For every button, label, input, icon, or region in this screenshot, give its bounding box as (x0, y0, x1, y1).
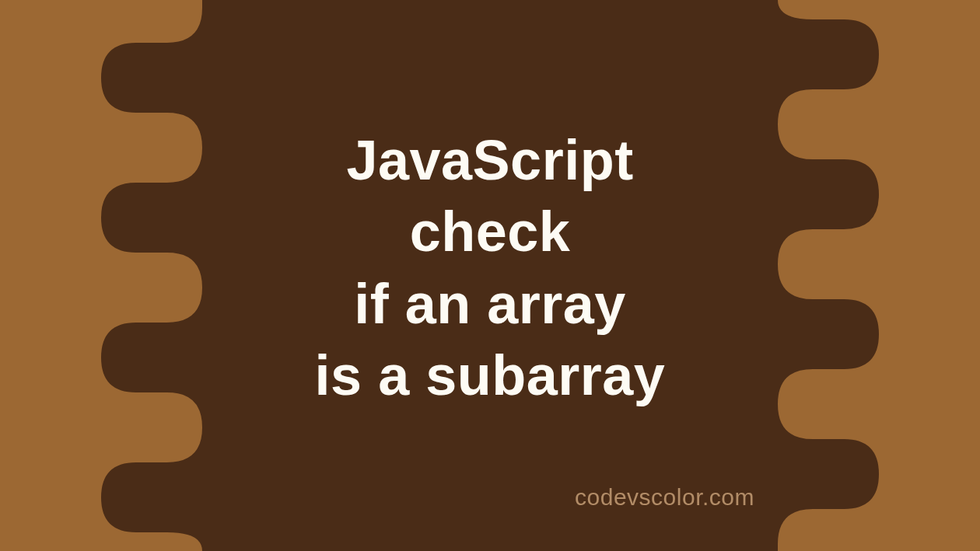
title-line-1: JavaScript (346, 129, 633, 191)
title-line-2: check (410, 201, 571, 263)
title-line-3: if an array (354, 273, 626, 335)
content-container: JavaScript check if an array is a subarr… (0, 0, 980, 551)
title-line-4: is a subarray (315, 344, 666, 406)
watermark-text: codevscolor.com (575, 484, 754, 511)
main-title: JavaScript check if an array is a subarr… (315, 124, 666, 411)
